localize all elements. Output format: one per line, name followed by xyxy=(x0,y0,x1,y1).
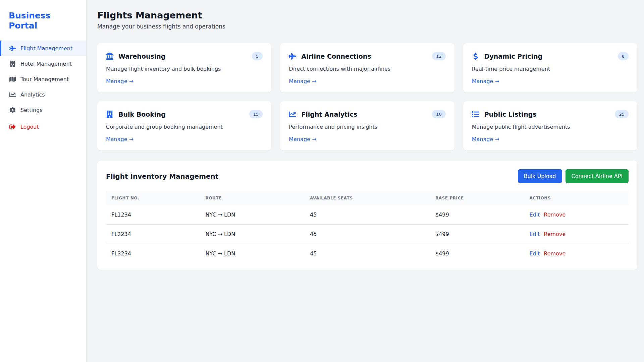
card-title: Dynamic Pricing xyxy=(484,53,542,60)
sidebar-item-hotel-management[interactable]: Hotel Management xyxy=(0,56,86,71)
sidebar-item-analytics[interactable]: Analytics xyxy=(0,87,86,102)
inventory-actions: Bulk Upload Connect Airline API xyxy=(518,169,629,183)
map-icon xyxy=(9,76,16,82)
route-cell: NYC → LDN xyxy=(200,244,305,263)
card-title: Bulk Booking xyxy=(118,111,166,118)
card-airline-connections: Airline Connections 12 Direct connection… xyxy=(280,43,454,93)
card-dynamic-pricing: Dynamic Pricing 8 Real-time price manage… xyxy=(463,43,637,93)
sidebar-item-logout[interactable]: Logout xyxy=(0,119,86,134)
remove-link[interactable]: Remove xyxy=(544,250,566,257)
card-title: Public Listings xyxy=(484,111,537,118)
sidebar-item-label: Settings xyxy=(20,107,43,113)
sidebar-item-flight-management[interactable]: Flight Management xyxy=(0,41,86,56)
card-title: Airline Connections xyxy=(301,53,371,60)
base-price-cell: $499 xyxy=(430,225,524,244)
remove-link[interactable]: Remove xyxy=(544,231,566,237)
sidebar: Business Portal Flight Management Hotel … xyxy=(0,0,87,362)
column-header-actions: Actions xyxy=(524,191,629,205)
flight-inventory-table: Flight No. Route Available Seats Base Pr… xyxy=(106,191,629,263)
available-seats-cell: 45 xyxy=(305,225,430,244)
table-row: FL1234 NYC → LDN 45 $499 EditRemove xyxy=(106,205,629,225)
brand-logo: Business Portal xyxy=(0,9,64,41)
card-description: Corporate and group booking management xyxy=(106,124,263,130)
dollar-icon xyxy=(472,53,480,60)
column-header-available-seats: Available Seats xyxy=(305,191,430,205)
inventory-title: Flight Inventory Management xyxy=(106,172,218,180)
card-description: Manage flight inventory and bulk booking… xyxy=(106,66,263,72)
plane-icon xyxy=(9,45,16,52)
sidebar-item-label: Flight Management xyxy=(20,45,72,52)
chart-line-icon xyxy=(289,111,297,118)
chart-line-icon xyxy=(9,91,16,98)
flight-no-cell: FL1234 xyxy=(106,205,200,225)
count-badge: 5 xyxy=(252,52,263,60)
gear-icon xyxy=(9,107,16,113)
bulk-upload-button[interactable]: Bulk Upload xyxy=(518,169,562,183)
edit-link[interactable]: Edit xyxy=(529,250,540,257)
card-description: Manage public flight advertisements xyxy=(472,124,629,130)
bank-icon xyxy=(106,53,114,60)
sidebar-item-label: Analytics xyxy=(20,92,45,98)
route-cell: NYC → LDN xyxy=(200,205,305,225)
sidebar-item-label: Hotel Management xyxy=(20,61,72,67)
sidebar-item-label: Tour Management xyxy=(20,76,69,82)
card-public-listings: Public Listings 25 Manage public flight … xyxy=(463,101,637,150)
plane-icon xyxy=(289,53,297,60)
manage-link[interactable]: Manage → xyxy=(106,78,133,84)
main-content: Flights Management Manage your business … xyxy=(87,0,644,362)
sidebar-item-label: Logout xyxy=(20,124,39,130)
hotel-icon xyxy=(9,60,16,67)
base-price-cell: $499 xyxy=(430,205,524,225)
card-warehousing: Warehousing 5 Manage flight inventory an… xyxy=(97,43,271,93)
logout-icon xyxy=(9,123,16,130)
column-header-base-price: Base Price xyxy=(430,191,524,205)
manage-link[interactable]: Manage → xyxy=(472,136,499,142)
count-badge: 10 xyxy=(432,110,446,118)
card-title: Flight Analytics xyxy=(301,111,357,118)
list-icon xyxy=(472,111,480,118)
route-cell: NYC → LDN xyxy=(200,225,305,244)
building-icon xyxy=(106,111,114,118)
actions-cell: EditRemove xyxy=(524,205,629,225)
page-title: Flights Management xyxy=(97,10,637,20)
feature-cards-grid: Warehousing 5 Manage flight inventory an… xyxy=(97,43,637,150)
manage-link[interactable]: Manage → xyxy=(106,136,133,142)
count-badge: 12 xyxy=(432,52,446,60)
sidebar-nav: Flight Management Hotel Management Tour … xyxy=(0,41,86,134)
edit-link[interactable]: Edit xyxy=(529,212,540,218)
card-bulk-booking: Bulk Booking 15 Corporate and group book… xyxy=(97,101,271,150)
card-title: Warehousing xyxy=(118,53,165,60)
card-description: Performance and pricing insights xyxy=(289,124,445,130)
table-header-row: Flight No. Route Available Seats Base Pr… xyxy=(106,191,629,205)
manage-link[interactable]: Manage → xyxy=(289,78,316,84)
count-badge: 8 xyxy=(618,52,629,60)
flight-inventory-panel: Flight Inventory Management Bulk Upload … xyxy=(97,161,637,270)
actions-cell: EditRemove xyxy=(524,225,629,244)
available-seats-cell: 45 xyxy=(305,205,430,225)
column-header-flight-no: Flight No. xyxy=(106,191,200,205)
flight-no-cell: FL2234 xyxy=(106,225,200,244)
actions-cell: EditRemove xyxy=(524,244,629,263)
manage-link[interactable]: Manage → xyxy=(289,136,316,142)
available-seats-cell: 45 xyxy=(305,244,430,263)
count-badge: 15 xyxy=(249,110,263,118)
base-price-cell: $499 xyxy=(430,244,524,263)
table-row: FL2234 NYC → LDN 45 $499 EditRemove xyxy=(106,225,629,244)
app-root: Business Portal Flight Management Hotel … xyxy=(0,0,644,362)
card-flight-analytics: Flight Analytics 10 Performance and pric… xyxy=(280,101,454,150)
connect-airline-api-button[interactable]: Connect Airline API xyxy=(566,169,629,183)
count-badge: 25 xyxy=(615,110,629,118)
table-row: FL3234 NYC → LDN 45 $499 EditRemove xyxy=(106,244,629,263)
flight-no-cell: FL3234 xyxy=(106,244,200,263)
edit-link[interactable]: Edit xyxy=(529,231,540,237)
sidebar-item-settings[interactable]: Settings xyxy=(0,102,86,118)
page-subtitle: Manage your business flights and operati… xyxy=(97,23,637,30)
manage-link[interactable]: Manage → xyxy=(472,78,499,84)
column-header-route: Route xyxy=(200,191,305,205)
remove-link[interactable]: Remove xyxy=(544,212,566,218)
card-description: Real-time price management xyxy=(472,66,629,72)
sidebar-item-tour-management[interactable]: Tour Management xyxy=(0,71,86,87)
card-description: Direct connections with major airlines xyxy=(289,66,445,72)
